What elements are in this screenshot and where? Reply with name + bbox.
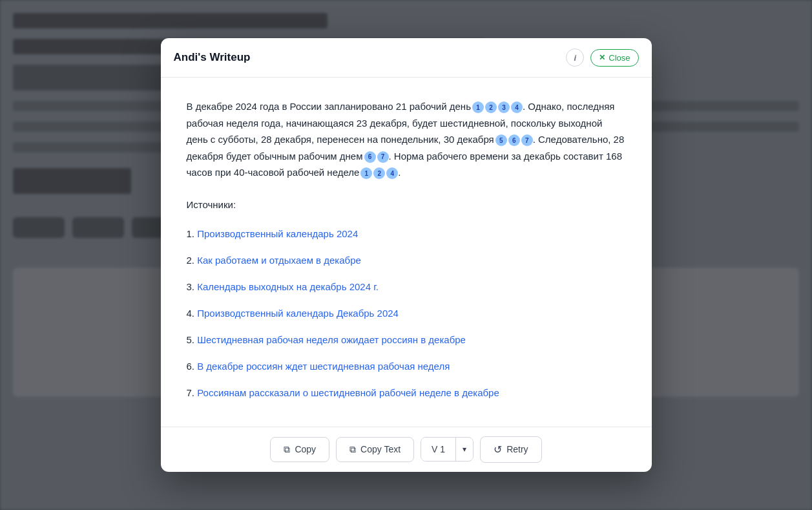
modal-body: В декабре 2024 года в России запланирова… — [161, 78, 652, 427]
source-num: 3. — [187, 281, 198, 292]
text-part5: . — [398, 167, 401, 178]
badge-6b: 6 — [364, 151, 376, 163]
source-link-4[interactable]: Производственный календарь Декабрь 2024 — [197, 308, 399, 319]
info-button[interactable]: i — [566, 48, 584, 67]
citations-3: 67 — [364, 151, 389, 163]
version-dropdown-button[interactable]: ▾ — [456, 438, 473, 460]
badge-3: 3 — [498, 101, 510, 113]
source-num: 6. — [187, 361, 198, 372]
modal-dialog: Andi's Writeup i ✕ Close В декабре 2024 … — [161, 38, 652, 472]
modal-footer: ⧉ Copy ⧉ Copy Text V 1 ▾ ↺ Retry — [161, 427, 652, 472]
citations-1: 1234 — [472, 101, 523, 113]
copy-text-icon: ⧉ — [349, 444, 356, 455]
source-num: 1. — [187, 228, 198, 239]
list-item: 5. Шестидневная рабочая неделя ожидает р… — [187, 326, 626, 353]
copy-text-button[interactable]: ⧉ Copy Text — [336, 437, 414, 462]
copy-button[interactable]: ⧉ Copy — [270, 437, 329, 462]
source-link-5[interactable]: Шестидневная рабочая неделя ожидает росс… — [197, 334, 466, 345]
source-num: 7. — [187, 387, 198, 398]
close-button[interactable]: ✕ Close — [590, 49, 638, 67]
chevron-down-icon: ▾ — [463, 445, 466, 454]
source-link-6[interactable]: В декабре россиян ждет шестидневная рабо… — [197, 361, 450, 372]
main-paragraph: В декабре 2024 года в России запланирова… — [187, 98, 626, 181]
badge-7a: 7 — [521, 134, 533, 146]
copy-label: Copy — [295, 444, 316, 454]
text-part1: В декабре 2024 года в России запланирова… — [187, 101, 471, 112]
citations-2: 567 — [495, 134, 533, 146]
copy-text-label: Copy Text — [360, 444, 401, 454]
close-x-icon: ✕ — [599, 53, 605, 62]
list-item: 7. Россиянам рассказали о шестидневной р… — [187, 379, 626, 406]
list-item: 3. Календарь выходных на декабрь 2024 г. — [187, 273, 626, 300]
modal-title: Andi's Writeup — [174, 51, 251, 64]
badge-4: 4 — [511, 101, 523, 113]
source-num: 5. — [187, 334, 198, 345]
source-list: 1. Производственный календарь 2024 2. Ка… — [187, 220, 626, 406]
badge-6a: 6 — [508, 134, 520, 146]
citations-4: 124 — [360, 167, 398, 179]
version-group: V 1 ▾ — [421, 437, 474, 462]
list-item: 6. В декабре россиян ждет шестидневная р… — [187, 353, 626, 379]
source-link-7[interactable]: Россиянам рассказали о шестидневной рабо… — [197, 387, 499, 398]
source-num: 4. — [187, 308, 198, 319]
header-actions: i ✕ Close — [566, 48, 638, 67]
modal-header: Andi's Writeup i ✕ Close — [161, 38, 652, 78]
badge-1b: 1 — [360, 167, 372, 179]
badge-1: 1 — [472, 101, 484, 113]
badge-4b: 4 — [386, 167, 398, 179]
modal-overlay: Andi's Writeup i ✕ Close В декабре 2024 … — [0, 0, 812, 510]
version-button[interactable]: V 1 — [421, 438, 456, 461]
badge-5: 5 — [495, 134, 507, 146]
source-link-1[interactable]: Производственный календарь 2024 — [197, 228, 358, 239]
retry-button[interactable]: ↺ Retry — [480, 436, 541, 463]
sources-label: Источники: — [187, 199, 626, 210]
retry-icon: ↺ — [494, 443, 502, 456]
retry-label: Retry — [506, 444, 528, 454]
badge-7b: 7 — [377, 151, 389, 163]
close-label: Close — [609, 53, 630, 63]
list-item: 1. Производственный календарь 2024 — [187, 220, 626, 247]
copy-icon: ⧉ — [284, 444, 290, 455]
badge-2: 2 — [485, 101, 497, 113]
source-num: 2. — [187, 255, 198, 266]
list-item: 4. Производственный календарь Декабрь 20… — [187, 300, 626, 326]
list-item: 2. Как работаем и отдыхаем в декабре — [187, 247, 626, 273]
source-link-3[interactable]: Календарь выходных на декабрь 2024 г. — [197, 281, 379, 292]
badge-2b: 2 — [373, 167, 385, 179]
source-link-2[interactable]: Как работаем и отдыхаем в декабре — [197, 255, 361, 266]
